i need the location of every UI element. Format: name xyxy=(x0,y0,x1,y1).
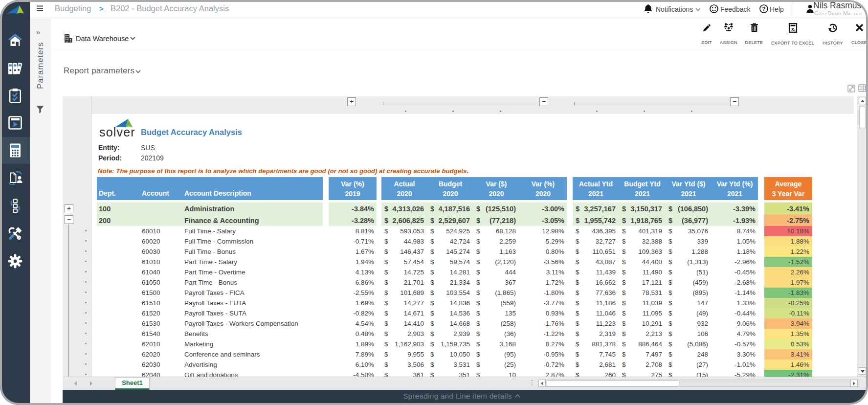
svg-text:x: x xyxy=(791,26,794,32)
svg-text:?: ? xyxy=(762,6,765,12)
